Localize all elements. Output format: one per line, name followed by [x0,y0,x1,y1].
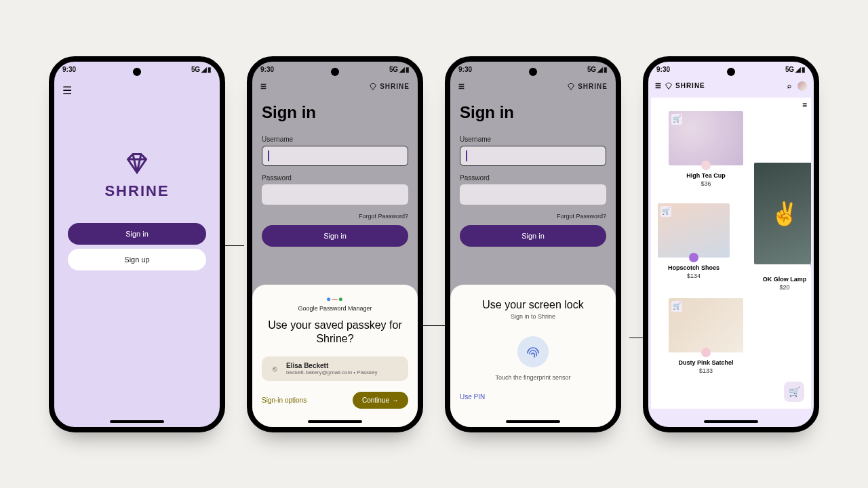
passkey-bottom-sheet: ●─● Google Password Manager Use your sav… [252,285,418,427]
add-to-cart-icon[interactable]: 🛒 [660,206,671,217]
status-network: 5G ◢ ▮ [587,66,608,73]
add-to-cart-icon[interactable]: 🛒 [671,301,682,312]
product-card[interactable]: 🛒 High Tea Cup $36 [669,111,743,187]
product-name: Hopscotch Shoes [668,264,719,271]
product-card[interactable]: ✌ OK Glow Lamp $20 [754,163,811,291]
camera-notch [529,68,537,76]
diamond-icon [369,83,377,91]
password-manager-header: ●─● Google Password Manager [262,294,408,312]
fingerprint-sensor[interactable] [517,336,549,367]
phone-passkey-prompt: 9:30 5G ◢ ▮ ☰ SHRINE Sign in Username Pa… [247,56,423,432]
product-price: $134 [687,272,701,279]
screen-lock-heading: Use your screen lock [482,298,583,312]
sign-up-button[interactable]: Sign up [68,249,207,270]
brand-block: SHRINE [54,151,220,200]
diamond-icon [567,83,575,91]
status-time: 9:30 [458,66,472,73]
password-label: Password [460,174,606,182]
status-network: 5G ◢ ▮ [191,66,212,73]
menu-icon[interactable]: ☰ [458,83,465,90]
sign-in-submit-button[interactable]: Sign in [262,225,408,247]
phone-store: 9:30 5G ◢ ▮ ☰ SHRINE ⌕ ≡ 🛒 High Tea Cup … [643,56,819,432]
page-title: Sign in [460,103,606,122]
product-name: OK Glow Lamp [763,276,807,283]
avatar[interactable] [797,81,807,91]
search-icon[interactable]: ⌕ [787,82,792,89]
product-price: $133 [699,367,713,374]
use-pin-button[interactable]: Use PIN [460,393,485,401]
product-price: $20 [779,284,789,291]
passkey-icon: ⎋ [269,363,281,375]
forgot-password-link[interactable]: Forgot Password? [460,213,606,220]
product-name: High Tea Cup [686,172,725,179]
menu-icon[interactable]: ☰ [54,77,220,104]
password-input[interactable] [460,184,606,205]
status-network: 5G ◢ ▮ [785,66,806,73]
top-bar: ☰ SHRINE [450,77,616,96]
username-label: Username [262,136,408,143]
add-to-cart-icon[interactable]: 🛒 [671,114,682,125]
sign-in-submit-button[interactable]: Sign in [460,225,606,247]
product-name: Dusty Pink Satchel [678,359,733,366]
brand-name: SHRINE [104,182,169,200]
diamond-icon [125,151,149,176]
sign-in-button[interactable]: Sign in [68,223,207,245]
password-input[interactable] [262,184,408,205]
product-card[interactable]: 🛒 Hopscotch Shoes $134 [658,203,730,279]
sign-in-form: Sign in Username Password Forgot Passwor… [450,103,616,247]
sign-in-options-button[interactable]: Sign-in options [262,396,307,404]
brand-label: SHRINE [675,82,705,89]
home-indicator [704,420,758,423]
camera-notch [133,68,141,76]
home-indicator [506,420,560,423]
password-label: Password [262,174,408,182]
status-time: 9:30 [656,66,670,73]
phone-welcome: 9:30 5G ◢ ▮ ☰ SHRINE Sign in Sign up [49,56,225,432]
arrow-right-icon: → [392,396,399,404]
cart-fab[interactable]: 🛒 [784,382,804,402]
username-label: Username [460,136,606,143]
screen-lock-bottom-sheet: Use your screen lock Sign in to Shrine T… [450,285,616,427]
menu-icon[interactable]: ☰ [260,83,267,90]
screen-lock-sub: Sign in to Shrine [511,313,555,320]
menu-icon[interactable]: ☰ [655,82,662,89]
camera-notch [331,68,339,76]
fingerprint-icon [525,344,541,360]
google-logo-icon: ●─● [262,294,408,304]
brand-label: SHRINE [578,83,608,90]
account-sub: beckett-bakery@gmail.com • Passkey [286,369,378,375]
store-top-bar: ☰ SHRINE ⌕ [648,77,814,95]
provider-label: Google Password Manager [262,305,408,312]
status-network: 5G ◢ ▮ [389,66,410,73]
status-time: 9:30 [260,66,274,73]
passkey-prompt-heading: Use your saved passkey for Shrine? [267,319,403,346]
username-input[interactable] [460,146,606,166]
brand-label: SHRINE [380,83,410,90]
page-title: Sign in [262,103,408,122]
account-name: Elisa Beckett [286,362,378,369]
username-input[interactable] [262,146,408,166]
continue-button[interactable]: Continue→ [353,392,408,409]
forgot-password-link[interactable]: Forgot Password? [262,213,408,220]
home-indicator [308,420,362,423]
account-card[interactable]: ⎋ Elisa Beckett beckett-bakery@gmail.com… [262,357,408,381]
camera-notch [727,68,735,76]
fingerprint-hint: Touch the fingerprint sensor [495,374,570,381]
diamond-icon [665,82,673,90]
product-price: $36 [701,180,711,187]
sign-in-form: Sign in Username Password Forgot Passwor… [252,103,418,247]
status-time: 9:30 [62,66,76,73]
top-bar: ☰ SHRINE [252,77,418,96]
home-indicator [110,420,164,423]
product-card[interactable]: 🛒 Dusty Pink Satchel $133 [669,298,743,374]
phone-screen-lock: 9:30 5G ◢ ▮ ☰ SHRINE Sign in Username Pa… [445,56,621,432]
store-body: ≡ 🛒 High Tea Cup $36 🛒 Hopscotch Shoes $… [651,98,811,409]
